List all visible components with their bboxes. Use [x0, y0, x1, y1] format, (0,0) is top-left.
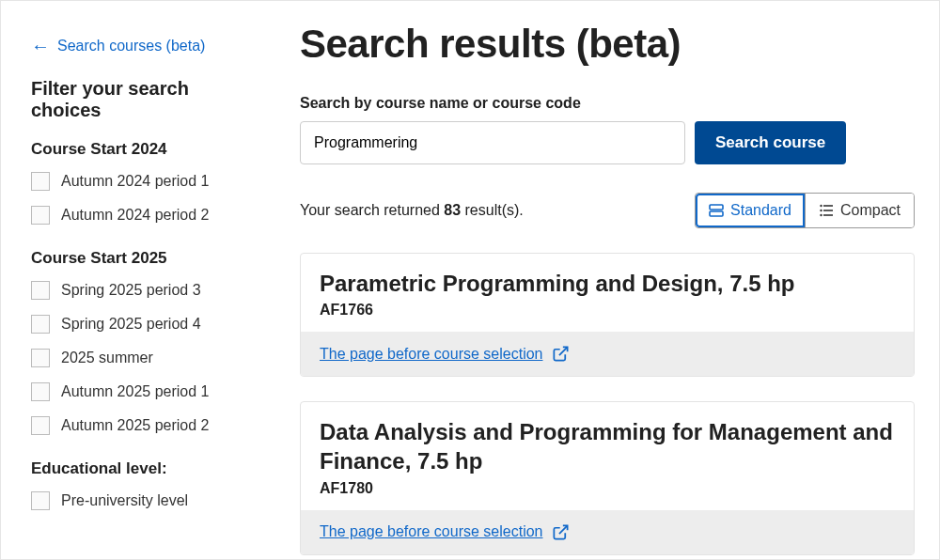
checkbox-label: Spring 2025 period 4 — [61, 316, 201, 333]
filter-option[interactable]: Autumn 2025 period 1 — [31, 382, 251, 401]
back-link[interactable]: ← Search courses (beta) — [31, 37, 205, 55]
checkbox-label: Autumn 2025 period 1 — [61, 383, 209, 400]
filter-group-title: Course Start 2024 — [31, 140, 251, 159]
checkbox-label: Autumn 2024 period 2 — [61, 207, 209, 224]
search-button[interactable]: Search course — [695, 121, 846, 164]
svg-line-9 — [559, 525, 568, 534]
search-label: Search by course name or course code — [300, 95, 915, 112]
result-title: Parametric Programming and Design, 7.5 h… — [320, 269, 895, 298]
result-footer: The page before course selection — [301, 510, 914, 554]
results-bar: Your search returned 83 result(s). Stand… — [300, 193, 915, 228]
filter-option[interactable]: Autumn 2025 period 2 — [31, 416, 251, 435]
svg-line-8 — [559, 348, 568, 356]
results-count: 83 — [444, 202, 461, 218]
result-head: Data Analysis and Programming for Manage… — [301, 402, 914, 509]
result-link-label: The page before course selection — [320, 346, 542, 363]
result-code: AF1780 — [320, 480, 895, 497]
checkbox-label: Autumn 2025 period 2 — [61, 417, 209, 434]
result-footer: The page before course selection — [301, 332, 914, 376]
filter-option[interactable]: Spring 2025 period 4 — [31, 315, 251, 334]
svg-rect-3 — [823, 205, 833, 207]
svg-rect-0 — [710, 205, 723, 210]
main-content: Search results (beta) Search by course n… — [274, 1, 939, 559]
view-compact-label: Compact — [840, 202, 901, 219]
external-link-icon — [552, 523, 570, 541]
results-text: Your search returned 83 result(s). — [300, 202, 524, 219]
result-head: Parametric Programming and Design, 7.5 h… — [301, 254, 914, 332]
view-standard-label: Standard — [730, 202, 791, 219]
page-title: Search results (beta) — [300, 22, 915, 67]
checkbox-icon[interactable] — [31, 349, 50, 367]
arrow-left-icon: ← — [31, 37, 50, 55]
result-link[interactable]: The page before course selection — [320, 345, 570, 363]
result-title: Data Analysis and Programming for Manage… — [320, 417, 895, 475]
filter-group-start-2024: Course Start 2024 Autumn 2024 period 1 A… — [31, 140, 251, 225]
search-input[interactable] — [300, 121, 685, 164]
filter-group-educational-level: Educational level: Pre-university level — [31, 459, 251, 510]
sidebar: ← Search courses (beta) Filter your sear… — [1, 1, 274, 559]
result-card: Parametric Programming and Design, 7.5 h… — [300, 253, 915, 377]
filter-group-title: Educational level: — [31, 459, 251, 478]
svg-point-6 — [820, 214, 822, 216]
result-link-label: The page before course selection — [320, 523, 542, 540]
checkbox-icon[interactable] — [31, 491, 50, 510]
checkbox-icon[interactable] — [31, 206, 50, 225]
svg-rect-5 — [823, 210, 833, 211]
back-link-label: Search courses (beta) — [57, 38, 205, 54]
filter-heading: Filter your search choices — [31, 78, 251, 121]
checkbox-label: 2025 summer — [61, 350, 153, 366]
filter-option[interactable]: 2025 summer — [31, 349, 251, 367]
results-prefix: Your search returned — [300, 202, 444, 218]
external-link-icon — [552, 345, 570, 363]
checkbox-icon[interactable] — [31, 281, 50, 300]
svg-rect-1 — [710, 211, 723, 216]
view-toggle: Standard Compact — [695, 193, 915, 228]
compact-view-icon — [819, 203, 834, 218]
result-link[interactable]: The page before course selection — [320, 523, 570, 541]
filter-group-title: Course Start 2025 — [31, 249, 251, 268]
checkbox-icon[interactable] — [31, 172, 50, 191]
checkbox-icon[interactable] — [31, 416, 50, 435]
filter-group-start-2025: Course Start 2025 Spring 2025 period 3 S… — [31, 249, 251, 435]
results-suffix: result(s). — [461, 202, 524, 218]
view-standard-button[interactable]: Standard — [696, 194, 805, 227]
filter-option[interactable]: Autumn 2024 period 1 — [31, 172, 251, 191]
svg-point-4 — [820, 210, 822, 211]
view-compact-button[interactable]: Compact — [805, 194, 914, 227]
result-code: AF1766 — [320, 302, 895, 319]
checkbox-label: Spring 2025 period 3 — [61, 282, 201, 299]
checkbox-label: Autumn 2024 period 1 — [61, 173, 209, 190]
svg-point-2 — [820, 205, 822, 207]
checkbox-icon[interactable] — [31, 382, 50, 401]
filter-option[interactable]: Spring 2025 period 3 — [31, 281, 251, 300]
filter-option[interactable]: Pre-university level — [31, 491, 251, 510]
search-row: Search course — [300, 121, 915, 164]
filter-option[interactable]: Autumn 2024 period 2 — [31, 206, 251, 225]
checkbox-icon[interactable] — [31, 315, 50, 334]
svg-rect-7 — [823, 214, 833, 216]
result-card: Data Analysis and Programming for Manage… — [300, 401, 915, 554]
checkbox-label: Pre-university level — [61, 492, 188, 509]
standard-view-icon — [709, 203, 724, 218]
